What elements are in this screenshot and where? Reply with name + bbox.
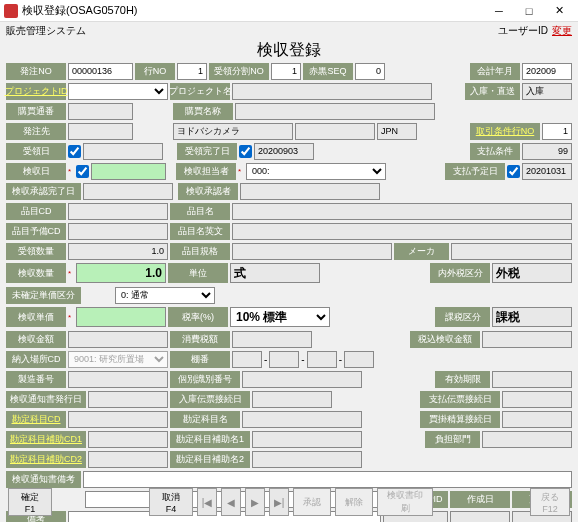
page-title: 検収登録: [0, 40, 578, 62]
input-kenshu-tsuchi-sho-hakkou-bi: [88, 391, 168, 408]
label-maker: メーカ: [394, 243, 449, 260]
input-kenshu-tsuchi-sho-biko[interactable]: [83, 471, 572, 488]
label-kazei-kubun: 課税区分: [435, 307, 490, 327]
label-kanjo-kamoku-hojo-cd2[interactable]: 勘定科目補助CD2: [6, 451, 86, 468]
input-yuko-kigen: [492, 371, 572, 388]
input-kenshu-shonin-kanryo-bi: [83, 183, 173, 200]
input-kenshu-bi[interactable]: [91, 163, 166, 180]
kenshusho-insatsu-button[interactable]: 検収書印刷: [377, 488, 433, 516]
input-kaikei-ym[interactable]: [522, 63, 572, 80]
input-zeikomi-kenshu-kingaku: [482, 331, 572, 348]
label-nyuko-chokuso: 入庫・直送: [465, 83, 520, 100]
label-kaikei-ym: 会計年月: [470, 63, 520, 80]
label-kenshu-tantosha: 検収担当者: [176, 163, 236, 180]
select-kenshu-tantosha[interactable]: 000:: [246, 163, 386, 180]
label-kenshu-bi: 検収日: [6, 163, 66, 180]
label-kaikake-kosa-setsuzoku-bi: 買掛精算接続日: [420, 411, 500, 428]
modoru-button[interactable]: 戻る F12: [530, 488, 570, 516]
nav-prev-button[interactable]: ◀: [221, 488, 241, 516]
input-shohizei-gaku: [232, 331, 312, 348]
label-nonyu-basho-cd: 納入場所CD: [6, 351, 66, 368]
input-kobetsu-shikibetsu-bango: [242, 371, 362, 388]
input-nyuko-denpyo-setsuzoku-bi: [252, 391, 332, 408]
input-kenshu-suryo[interactable]: [76, 263, 166, 283]
input-kanjo-kamoku-mei: [242, 411, 362, 428]
label-hatchu-saki: 発注先: [6, 123, 66, 140]
input-kenshu-kingaku: [68, 331, 168, 348]
label-seizo-bango: 製造番号: [6, 371, 66, 388]
close-button[interactable]: ✕: [544, 1, 574, 21]
input-kanjo-kamoku-hojo-cd2: [88, 451, 168, 468]
minimize-button[interactable]: ─: [484, 1, 514, 21]
button-bar: 確定 F1 取消 F4 |◀ ◀ ▶ ▶| 承認 解除 検収書印刷 戻る F12: [0, 488, 578, 516]
label-gyo-no: 行NO: [135, 63, 175, 80]
label-hinmoku-cd: 品目CD: [6, 203, 66, 220]
label-hinmoku-kikaku: 品目規格: [170, 243, 230, 260]
label-kanjo-kamoku-hojo-mei2: 勘定科目補助名2: [170, 451, 250, 468]
select-project-id[interactable]: [68, 83, 168, 100]
input-futan-bumon: [482, 431, 572, 448]
chk-shiharai-yotei-bi[interactable]: [507, 165, 520, 178]
chk-ukeryo-kanryo-bi[interactable]: [239, 145, 252, 158]
system-name: 販売管理システム: [6, 24, 498, 38]
input-hinmoku-kikaku: [232, 243, 392, 260]
label-akaguro-seq: 赤黒SEQ: [303, 63, 353, 80]
input-maker: [451, 243, 572, 260]
input-kazei-kubun: [492, 307, 572, 327]
input-ukeryo-bunkatsu-no[interactable]: [271, 63, 301, 80]
input-hatchu-saki-name2: [295, 123, 375, 140]
label-kenshu-tanka: 検収単価: [6, 307, 66, 327]
label-kenshu-suryo: 検収数量: [6, 263, 66, 283]
input-tanaban-3: [307, 351, 337, 368]
label-torihiki-joken-no[interactable]: 取引条件行NO: [470, 123, 540, 140]
shonin-button[interactable]: 承認: [293, 488, 331, 516]
input-torihiki-joken-no[interactable]: [542, 123, 572, 140]
label-kanjo-kamoku-hojo-cd1[interactable]: 勘定科目補助CD1: [6, 431, 86, 448]
label-hinmoku-yobi-cd: 品目予備CD: [6, 223, 66, 240]
kakutei-button[interactable]: 確定 F1: [8, 488, 52, 516]
label-kanjo-kamoku-cd[interactable]: 勘定科目CD: [6, 411, 66, 428]
label-project-id[interactable]: プロジェクトID: [6, 83, 66, 100]
label-naigai-zei-kubun: 内外税区分: [430, 263, 490, 283]
label-mikakutei-tanka-kubun: 未確定単価区分: [6, 287, 81, 304]
nav-last-button[interactable]: ▶|: [269, 488, 289, 516]
input-kenshu-tanka[interactable]: [76, 307, 166, 327]
select-mikakutei-tanka-kubun[interactable]: 0: 通常: [115, 287, 215, 304]
nav-first-button[interactable]: |◀: [197, 488, 217, 516]
input-tanaban-1: [232, 351, 262, 368]
titlebar: 検収登録(OSAG0570H) ─ □ ✕: [0, 0, 578, 22]
label-kenshu-shonin-kanryo-bi: 検収承認完了日: [6, 183, 81, 200]
label-kanjo-kamoku-hojo-mei1: 勘定科目補助名1: [170, 431, 250, 448]
label-project-name: プロジェクト名: [170, 83, 230, 100]
input-naigai-zei-kubun: [492, 263, 572, 283]
chk-kenshu-bi[interactable]: [76, 165, 89, 178]
label-kenshu-tsuchi-sho-hakkou-bi: 検収通知書発行日: [6, 391, 86, 408]
change-link[interactable]: 変更: [552, 24, 572, 38]
label-hinmoku-mei: 品目名: [170, 203, 230, 220]
input-akaguro-seq[interactable]: [355, 63, 385, 80]
select-zeiritsu[interactable]: 10% 標準: [230, 307, 330, 327]
label-ukeryo-kanryo-bi: 受領完了日: [177, 143, 237, 160]
input-shiharai-denpyo-setsuzoku-bi: [502, 391, 572, 408]
input-kanjo-kamoku-hojo-cd1: [88, 431, 168, 448]
chk-ukeryo-bi[interactable]: [68, 145, 81, 158]
label-shohizei-gaku: 消費税額: [170, 331, 230, 348]
maximize-button[interactable]: □: [514, 1, 544, 21]
input-kobai-tsuban: [68, 103, 133, 120]
input-shiharai-yotei-bi: [522, 163, 572, 180]
kaijo-button[interactable]: 解除: [335, 488, 373, 516]
label-shiharai-yotei-bi: 支払予定日: [445, 163, 505, 180]
label-tanaban: 棚番: [170, 351, 230, 368]
input-tanaban-4: [344, 351, 374, 368]
nav-next-button[interactable]: ▶: [245, 488, 265, 516]
input-gyo-no[interactable]: [177, 63, 207, 80]
input-kanjo-kamoku-cd: [68, 411, 168, 428]
input-hatchu-saki-name: [173, 123, 293, 140]
label-kenshu-shoninsha: 検収承認者: [178, 183, 238, 200]
label-kenshu-tsuchi-sho-biko: 検収通知書備考: [6, 471, 81, 488]
input-hatchu-no[interactable]: [68, 63, 133, 80]
label-yuko-kigen: 有効期限: [435, 371, 490, 388]
input-tanaban-2: [269, 351, 299, 368]
torikeshi-button[interactable]: 取消 F4: [149, 488, 193, 516]
input-kaikake-kosa-setsuzoku-bi: [502, 411, 572, 428]
